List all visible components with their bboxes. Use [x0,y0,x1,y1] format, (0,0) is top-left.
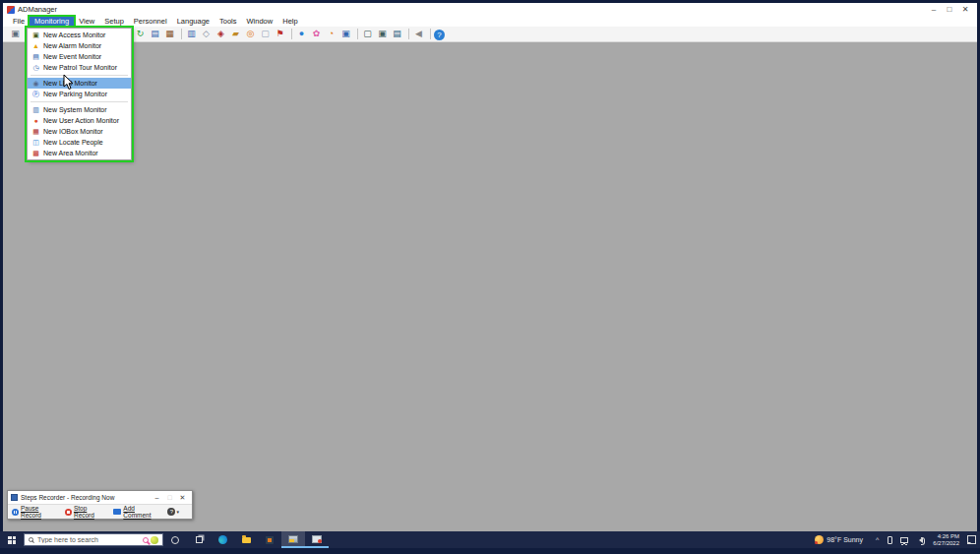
menu-item-label: New User Action Monitor [43,117,119,124]
menu-view[interactable]: View [74,17,99,27]
patrol-tour-monitor-icon: ◷ [31,62,41,73]
clock-icon[interactable]: ◎ [244,28,257,40]
globe-icon[interactable]: ● [295,28,308,40]
taskbar-search-box[interactable]: Type here to search [24,533,163,546]
mouse-cursor [63,75,74,91]
menu-language[interactable]: Language [172,17,214,27]
menu-item-new-system-monitor[interactable]: ▥ New System Monitor [28,104,131,115]
menu-item-label: New Parking Monitor [43,91,107,97]
task-view-icon [196,536,203,543]
steps-recorder-icon [11,494,18,501]
iobox-icon[interactable]: ▣ [339,28,352,40]
search-placeholder: Type here to search [37,536,143,543]
menu-item-new-lpr-monitor[interactable]: ◉ New LPR Monitor [28,78,131,89]
menu-separator [31,101,128,102]
alarm-flag-icon[interactable]: ⚑ [274,28,286,40]
locate-people-icon[interactable]: ✿ [310,28,323,40]
recorder-help-button[interactable]: ? ▾ [167,508,179,516]
lpr-monitor-icon: ◉ [31,78,41,89]
caret-down-icon: ▾ [176,509,179,515]
speaker-icon[interactable] [916,537,923,543]
close-button[interactable]: ✕ [957,3,973,16]
file-explorer-button[interactable] [234,531,258,548]
steps-recorder-app-icon [312,535,322,543]
recorder-minimize-button[interactable]: – [151,492,163,504]
weather-temp: 98°F [827,536,841,543]
pause-record-label: Pause Record [21,505,56,519]
menu-item-label: New Event Monitor [43,53,101,60]
menu-item-label: New Area Monitor [43,150,98,156]
edge-button[interactable] [211,531,234,548]
snapshot-icon[interactable]: ▦ [163,28,176,40]
stop-icon [65,509,72,516]
menu-item-new-locate-people[interactable]: ◫ New Locate People [28,137,131,148]
help-icon[interactable]: ? [434,30,445,40]
pause-record-button[interactable]: Pause Record [12,505,56,519]
taskbar-clock[interactable]: 4:26 PM 6/27/2022 [933,533,959,547]
menu-item-label: New System Monitor [43,106,107,113]
monitor-2-icon[interactable]: ▣ [376,28,389,40]
action-center-button[interactable] [967,535,976,544]
monitor-1-icon[interactable]: ▢ [361,28,374,40]
menu-item-new-patrol-tour-monitor[interactable]: ◷ New Patrol Tour Monitor [28,62,131,73]
phone-icon[interactable] [888,536,892,544]
weather-condition: Sunny [843,536,863,543]
access-control-icon[interactable]: ▥ [185,28,198,40]
menu-monitoring[interactable]: Monitoring [30,17,74,27]
user-action-icon[interactable]: ◔ [325,28,337,40]
weather-widget[interactable]: 98°F Sunny [827,536,863,543]
menu-item-new-user-action-monitor[interactable]: ● New User Action Monitor [28,115,131,126]
access-monitor-icon: ▣ [31,30,41,40]
cardholder-icon[interactable]: ▰ [229,28,242,40]
recorder-maximize-button: □ [163,492,176,504]
tray-expand-button[interactable]: ^ [876,536,879,543]
task-view-button[interactable] [187,531,211,548]
monitor-3-icon[interactable]: ▤ [391,28,403,40]
admanager-taskbar-button[interactable] [281,531,305,548]
cortana-button[interactable] [163,531,187,548]
titlebar: ADManager – □ ✕ [3,3,977,16]
cortana-icon [171,536,179,544]
display-icon[interactable] [900,537,908,543]
menu-item-new-parking-monitor[interactable]: Ⓟ New Parking Monitor [28,89,131,99]
steps-recorder-window: Steps Recorder - Recording Now – □ ✕ Pau… [7,490,193,520]
minimize-button[interactable]: – [926,3,942,16]
menu-item-label: New Locate People [43,139,103,146]
stop-record-button[interactable]: Stop Record [65,505,104,519]
toolbar: ▣ ↻ ▤ ▦ ▥ ◇ ◈ ▰ ◎ ▢ ⚑ ● ✿ ◔ ▣ ▢ ▣ ▤ ◀ ? [3,27,977,42]
device-icon[interactable]: ◇ [200,28,213,40]
menu-personnel[interactable]: Personnel [129,17,172,27]
recorder-close-button[interactable]: ✕ [176,492,189,504]
menu-item-new-access-monitor[interactable]: ▣ New Access Monitor [28,30,131,40]
store-button[interactable] [258,531,281,548]
camera-icon[interactable]: ◈ [214,28,227,40]
menu-item-new-iobox-monitor[interactable]: ▦ New IOBox Monitor [28,126,131,137]
menu-help[interactable]: Help [277,17,302,27]
menu-separator [31,75,128,76]
doodle-magnifier-icon [143,537,149,543]
save-icon[interactable]: ▤ [149,28,161,40]
audio-icon[interactable]: ◀ [412,28,425,40]
start-button[interactable] [0,531,24,548]
maximize-button[interactable]: □ [942,3,957,16]
menu-item-new-area-monitor[interactable]: ▩ New Area Monitor [28,148,131,158]
add-comment-button[interactable]: Add Comment [113,505,158,519]
parking-monitor-icon: Ⓟ [31,89,41,99]
report-icon[interactable]: ▢ [259,28,272,40]
menu-file[interactable]: File [8,17,30,27]
menu-window[interactable]: Window [242,17,278,27]
system-tray [884,536,927,544]
menu-item-new-alarm-monitor[interactable]: ▲ New Alarm Monitor [28,40,131,51]
add-comment-label: Add Comment [123,505,158,519]
toolbar-separator [291,29,292,39]
menu-tools[interactable]: Tools [214,17,242,27]
steps-recorder-taskbar-button[interactable] [305,531,329,548]
menu-item-new-event-monitor[interactable]: ▤ New Event Monitor [28,51,131,62]
screen: ADManager – □ ✕ File Monitoring View Set… [0,0,980,554]
refresh-icon[interactable]: ↻ [134,28,147,40]
admanager-app-icon [288,535,298,543]
window-icon[interactable]: ▣ [9,28,22,40]
store-icon [266,536,274,544]
user-action-monitor-icon: ● [31,115,41,126]
menu-setup[interactable]: Setup [99,17,129,27]
